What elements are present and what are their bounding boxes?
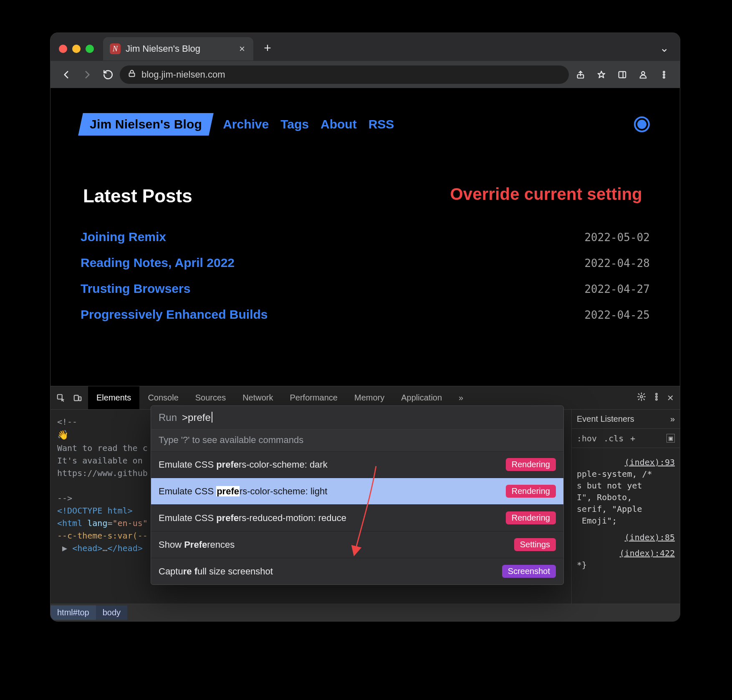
back-button[interactable]	[57, 65, 76, 84]
share-button[interactable]	[571, 65, 590, 84]
post-link[interactable]: Progressively Enhanced Builds	[81, 307, 268, 322]
breadcrumb-item[interactable]: body	[96, 605, 127, 620]
post-row: Progressively Enhanced Builds2022-04-25	[81, 307, 650, 322]
page-content: Jim Nielsen's Blog ArchiveTagsAboutRSS O…	[50, 88, 680, 388]
event-listeners-tab[interactable]: Event Listeners	[577, 414, 634, 424]
close-icon[interactable]: ✕	[667, 393, 674, 403]
svg-point-5	[663, 74, 665, 76]
svg-point-11	[656, 393, 657, 395]
lock-icon	[127, 69, 136, 81]
style-source-link[interactable]: (index):93	[577, 457, 675, 467]
post-link[interactable]: Joining Remix	[81, 230, 166, 244]
sidepanel-button[interactable]	[613, 65, 631, 84]
stage: N Jim Nielsen's Blog × + ⌄ blog.jim-niel…	[0, 0, 732, 700]
nav-link-archive[interactable]: Archive	[223, 117, 269, 131]
command-item-badge: Rendering	[506, 511, 556, 524]
close-tab-icon[interactable]: ×	[239, 43, 245, 55]
svg-rect-9	[79, 397, 81, 400]
window-controls	[55, 45, 100, 60]
more-icon[interactable]: »	[670, 414, 675, 424]
command-item[interactable]: Show PreferencesSettings	[151, 531, 563, 558]
post-row: Reading Notes, April 20222022-04-28	[81, 256, 650, 270]
post-row: Trusting Browsers2022-04-27	[81, 282, 650, 296]
devtools-panel: ElementsConsoleSourcesNetworkPerformance…	[50, 386, 680, 621]
hov-toggle[interactable]: :hov	[577, 433, 597, 443]
browser-window: N Jim Nielsen's Blog × + ⌄ blog.jim-niel…	[50, 33, 680, 622]
brand-logo[interactable]: Jim Nielsen's Blog	[78, 113, 214, 136]
tab-title: Jim Nielsen's Blog	[126, 43, 200, 54]
titlebar: N Jim Nielsen's Blog × + ⌄	[50, 33, 680, 60]
command-item-badge: Rendering	[506, 485, 556, 498]
kebab-menu-button[interactable]	[655, 65, 673, 84]
nav-link-about[interactable]: About	[321, 117, 357, 131]
cls-toggle[interactable]: .cls	[603, 433, 623, 443]
inspect-icon[interactable]	[55, 392, 67, 404]
svg-rect-8	[74, 395, 78, 400]
theme-toggle-icon[interactable]	[634, 116, 650, 132]
svg-point-4	[663, 71, 665, 73]
add-rule-button[interactable]: +	[630, 433, 635, 443]
command-item[interactable]: Capture full size screenshotScreenshot	[151, 558, 563, 584]
post-link[interactable]: Trusting Browsers	[81, 282, 190, 296]
command-input[interactable]: >prefe	[182, 412, 212, 423]
style-rule[interactable]: pple-system, /* s but not yet I", Roboto…	[577, 468, 675, 526]
post-row: Joining Remix2022-05-02	[81, 230, 650, 244]
browser-tab[interactable]: N Jim Nielsen's Blog ×	[103, 37, 253, 60]
post-date: 2022-05-02	[584, 231, 650, 244]
command-menu: Run >prefe Type '?' to see available com…	[151, 405, 564, 585]
nav-link-rss[interactable]: RSS	[369, 117, 394, 131]
command-run-label: Run	[159, 412, 177, 423]
new-tab-button[interactable]: +	[259, 40, 276, 56]
post-list: Joining Remix2022-05-02Reading Notes, Ap…	[81, 230, 650, 322]
breadcrumb: html#top body	[50, 604, 680, 621]
bookmark-button[interactable]	[592, 65, 611, 84]
style-rule[interactable]: *}	[577, 559, 675, 571]
close-window-button[interactable]	[59, 45, 67, 53]
svg-point-10	[640, 395, 643, 398]
post-date: 2022-04-28	[584, 257, 650, 269]
device-toggle-icon[interactable]	[71, 392, 84, 404]
svg-point-12	[656, 396, 657, 398]
command-item[interactable]: Emulate CSS prefers-reduced-motion: redu…	[151, 504, 563, 531]
address-bar[interactable]: blog.jim-nielsen.com	[120, 65, 569, 84]
command-item-label: Emulate CSS prefers-reduced-motion: redu…	[159, 513, 346, 524]
styles-panel: Event Listeners » :hov .cls + ▣ (index):…	[571, 410, 680, 604]
svg-rect-0	[129, 73, 135, 76]
command-input-row[interactable]: Run >prefe	[151, 406, 563, 429]
gear-icon[interactable]	[637, 392, 646, 403]
nav-link-tags[interactable]: Tags	[280, 117, 309, 131]
command-item-badge: Settings	[514, 538, 556, 551]
post-date: 2022-04-25	[584, 309, 650, 321]
computed-toggle-icon[interactable]: ▣	[666, 434, 675, 443]
forward-button[interactable]	[78, 65, 96, 84]
favicon-icon: N	[110, 43, 121, 54]
zoom-window-button[interactable]	[86, 45, 94, 53]
style-source-link[interactable]: (index):85	[577, 532, 675, 542]
style-source-link[interactable]: (index):422	[577, 548, 675, 558]
post-date: 2022-04-27	[584, 283, 650, 295]
site-header: Jim Nielsen's Blog ArchiveTagsAboutRSS	[81, 113, 650, 136]
kebab-icon[interactable]	[652, 392, 661, 403]
command-item-label: Capture full size screenshot	[159, 566, 273, 577]
svg-rect-2	[619, 71, 626, 78]
svg-point-13	[656, 399, 657, 400]
annotation-text: Override current setting	[450, 185, 642, 204]
profile-button[interactable]	[634, 65, 652, 84]
site-nav: ArchiveTagsAboutRSS	[223, 117, 394, 131]
tab-overflow-icon[interactable]: ⌄	[660, 42, 669, 55]
devtools-tab-elements[interactable]: Elements	[88, 386, 139, 409]
command-hint: Type '?' to see available commands	[151, 429, 563, 451]
post-link[interactable]: Reading Notes, April 2022	[81, 256, 235, 270]
breadcrumb-item[interactable]: html#top	[50, 605, 96, 620]
command-item[interactable]: Emulate CSS prefers-color-scheme: lightR…	[151, 478, 563, 504]
svg-point-3	[641, 71, 644, 74]
command-item-badge: Rendering	[506, 458, 556, 471]
command-item[interactable]: Emulate CSS prefers-color-scheme: darkRe…	[151, 451, 563, 478]
svg-point-6	[663, 76, 665, 78]
url-bar: blog.jim-nielsen.com	[50, 60, 680, 88]
reload-button[interactable]	[99, 65, 117, 84]
minimize-window-button[interactable]	[72, 45, 81, 53]
url-text: blog.jim-nielsen.com	[141, 69, 225, 80]
command-item-badge: Screenshot	[502, 565, 556, 578]
command-item-label: Emulate CSS prefers-color-scheme: light	[159, 486, 327, 497]
